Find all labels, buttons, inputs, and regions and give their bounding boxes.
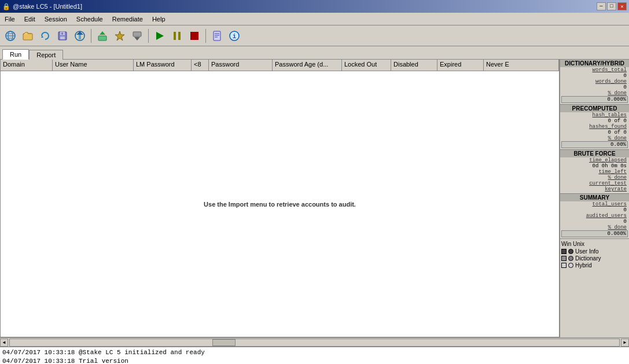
time-left-label: time_left	[561, 169, 628, 175]
legend-hybrid-label: Hybrid	[575, 262, 592, 269]
col-header-password: Password	[209, 60, 273, 71]
window-controls: ─ □ ✕	[597, 2, 627, 10]
report-button[interactable]	[209, 28, 225, 44]
legend-user-info-label: User Info	[575, 248, 599, 255]
tabs: Run Report	[0, 46, 629, 59]
export-button[interactable]	[129, 28, 145, 44]
globe-button[interactable]	[2, 28, 19, 44]
right-panel: DICTIONARY/HYBRID words_total 0 words_do…	[560, 59, 629, 337]
current-test-label: current_test	[561, 181, 628, 186]
win-dictionary-icon	[561, 256, 567, 261]
keyrate-label: keyrate	[561, 186, 628, 192]
tab-run[interactable]: Run	[2, 49, 29, 60]
col-header-disabled: Disabled	[391, 60, 437, 71]
svg-marker-19	[156, 32, 164, 40]
h-scrollbar[interactable]	[9, 339, 620, 347]
words-done-value: 0	[561, 84, 628, 90]
menu-file[interactable]: File	[0, 14, 20, 24]
menu-edit[interactable]: Edit	[20, 14, 40, 24]
time-elapsed-label: time_elapsed	[561, 157, 628, 163]
menu-help[interactable]: Help	[148, 14, 170, 24]
play-button[interactable]	[152, 28, 168, 44]
words-total-value: 0	[561, 73, 628, 79]
bf-pct-done-label: % done	[561, 175, 628, 181]
words-total-label: words_total	[561, 67, 628, 73]
stop-button[interactable]	[186, 28, 203, 44]
pre-pct-done-input	[561, 141, 628, 148]
sum-pct-done-input	[561, 230, 628, 237]
h-scroll-thumb[interactable]	[212, 339, 236, 346]
tab-report[interactable]: Report	[29, 50, 63, 60]
empty-message: Use the Import menu to retrieve accounts…	[204, 201, 356, 208]
dictionary-hybrid-section: DICTIONARY/HYBRID words_total 0 words_do…	[560, 60, 629, 105]
log-line-2: 04/07/2017 10:33:18 Trial version	[2, 357, 627, 364]
toolbar: i	[0, 25, 629, 46]
menu-remediate[interactable]: Remediate	[108, 14, 148, 24]
precomputed-title: PRECOMPUTED	[560, 105, 629, 112]
col-header-expired: Expired	[437, 60, 484, 71]
scroll-right-button[interactable]: ▶	[621, 339, 629, 347]
words-done-label: words_done	[561, 79, 628, 84]
hash-tables-label: hash_tables	[561, 112, 628, 118]
col-header-domain: Domain	[1, 60, 53, 71]
dictionary-hybrid-title: DICTIONARY/HYBRID	[560, 60, 629, 67]
refresh-button[interactable]	[37, 28, 53, 44]
svg-rect-14	[98, 36, 106, 41]
close-button[interactable]: ✕	[617, 2, 627, 10]
scroll-left-button[interactable]: ◀	[0, 339, 8, 347]
app-icon: 🔒	[2, 3, 10, 10]
table-body: Use the Import menu to retrieve accounts…	[1, 71, 559, 337]
col-header-never: Never E	[484, 60, 559, 71]
toolbar-separator-2	[148, 29, 149, 43]
svg-marker-16	[115, 31, 124, 41]
hashes-found-value: 0 of 0	[561, 130, 628, 135]
menu-session[interactable]: Session	[40, 14, 72, 24]
unix-dictionary-icon	[568, 256, 573, 261]
svg-rect-22	[190, 32, 198, 40]
hashes-found-label: hashes_found	[561, 124, 628, 130]
audited-users-label: audited_users	[561, 213, 628, 219]
column-headers: Domain User Name LM Password <8 Password…	[1, 60, 559, 71]
win-unix-panel: Win Unix User Info Dictionary Hybrid	[560, 239, 629, 337]
window-title: @stake LC5 - [Untitled1]	[13, 3, 82, 10]
up-button[interactable]	[72, 28, 88, 44]
summary-title: SUMMARY	[560, 194, 629, 201]
svg-rect-17	[133, 32, 141, 36]
col-header-page: Password Age (d...	[273, 60, 342, 71]
save-button[interactable]	[54, 28, 71, 44]
svg-rect-23	[214, 31, 220, 41]
unix-hybrid-icon	[568, 263, 573, 268]
svg-rect-10	[61, 32, 63, 35]
time-elapsed-value: 0d 0h 0m 0s	[561, 163, 628, 169]
svg-marker-15	[100, 31, 105, 35]
menu-schedule[interactable]: Schedule	[72, 14, 108, 24]
legend-user-info: User Info	[561, 248, 628, 255]
maximize-button[interactable]: □	[607, 2, 616, 10]
pre-pct-done-label: % done	[561, 135, 628, 141]
legend-dictionary-label: Dictionary	[575, 255, 601, 262]
unix-user-info-icon	[568, 249, 573, 254]
dict-pct-done-input	[561, 96, 628, 103]
log-area: 04/07/2017 10:33:18 @Stake LC 5 initiali…	[0, 347, 629, 364]
minimize-button[interactable]: ─	[597, 2, 606, 10]
open-button[interactable]	[20, 28, 36, 44]
wizard-button[interactable]	[112, 28, 128, 44]
dict-pct-done-label: % done	[561, 90, 628, 96]
info-button[interactable]: i	[226, 28, 242, 44]
svg-rect-9	[60, 36, 65, 39]
svg-marker-18	[134, 37, 140, 41]
win-user-info-icon	[561, 249, 567, 254]
col-header-locked: Locked Out	[342, 60, 391, 71]
import-button[interactable]	[94, 28, 111, 44]
precomputed-section: PRECOMPUTED hash_tables 0 of 0 hashes_fo…	[560, 105, 629, 150]
title-bar: 🔒 @stake LC5 - [Untitled1] ─ □ ✕	[0, 0, 629, 13]
col-header-username: User Name	[53, 60, 134, 71]
hash-tables-value: 0 of 0	[561, 118, 628, 124]
total-users-value: 0	[561, 207, 628, 213]
scroll-area: ◀ ▶	[0, 337, 629, 347]
svg-rect-20	[174, 32, 176, 40]
pause-button[interactable]	[169, 28, 185, 44]
win-hybrid-icon	[561, 263, 567, 268]
legend-dictionary: Dictionary	[561, 255, 628, 262]
toolbar-separator-3	[205, 29, 206, 43]
